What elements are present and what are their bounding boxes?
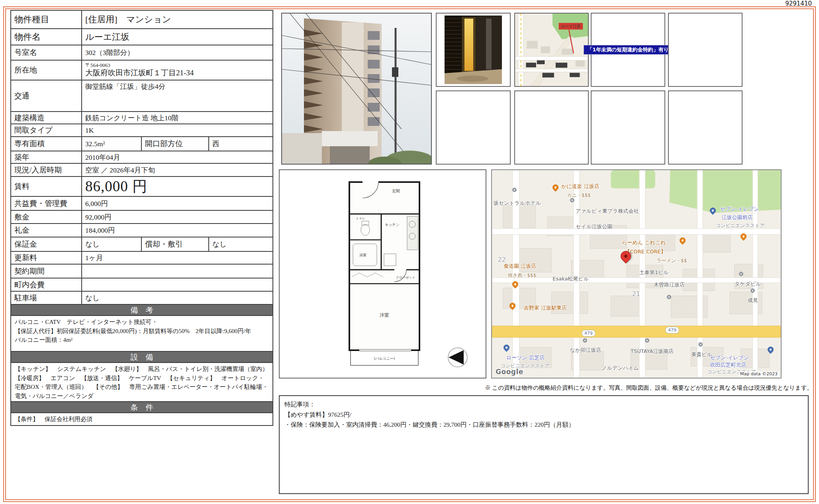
map-label: 美貴ビル — [691, 352, 712, 357]
food-pin — [678, 236, 687, 245]
map-label: 土泰第1ビル — [639, 270, 669, 275]
property-flyer-page: 9291410 物件種目[住居用] マンション物件名ルーエ江坂号室名302（3階… — [0, 0, 819, 504]
row-label-2: 償却・敷引 — [142, 237, 209, 251]
section-bar-conditions: 条 件 — [11, 402, 272, 413]
table-row: 契約期間 — [11, 265, 272, 278]
row-value — [82, 278, 272, 291]
location-map-thumbnail: ルーエ江坂 — [515, 14, 588, 86]
route-badge: 479 — [582, 330, 596, 337]
row-label: 賃料 — [11, 177, 82, 196]
map-label: カニ・$$$ — [567, 193, 591, 198]
map-label: らーめん これこれ — [622, 240, 666, 245]
map-label: 焼き肉・$$$ — [508, 273, 536, 278]
row-value: ルーエ江坂 — [82, 29, 272, 45]
table-row: 町内会費 — [11, 278, 272, 292]
row-label: 町内会費 — [11, 278, 82, 291]
map-label: かに道楽 江坂店 — [561, 184, 600, 189]
map-label: TSUTAYA江坂南店 — [631, 349, 674, 354]
table-row: 号室名302（3階部分） — [11, 45, 272, 61]
table-row: 間取タイプ1K — [11, 124, 272, 137]
section-bar-remarks: 備 考 — [11, 305, 272, 316]
row-label: 交通 — [11, 80, 82, 111]
row-label: 号室名 — [11, 45, 82, 60]
table-row: 所在地〒564-0063大阪府吹田市江坂町１丁目21-34 — [11, 61, 272, 80]
map-label: 江坂公園前店 — [721, 215, 752, 220]
photo-box-empty-5 — [668, 90, 743, 165]
entrance-photo — [445, 16, 502, 84]
building-exterior-illustration — [282, 14, 431, 164]
row-value: 空室 ／ 2026年4月下旬 — [82, 164, 272, 176]
dot-pin — [739, 272, 743, 276]
row-label: 保証金 — [11, 237, 82, 251]
dot-pin — [698, 342, 703, 347]
row-value: 御堂筋線「江坂」徒歩4分 — [82, 80, 272, 111]
row-value: 〒564-0063大阪府吹田市江坂町１丁目21-34 — [82, 61, 272, 80]
dot-pin — [570, 198, 574, 202]
address-line: 大阪府吹田市江坂町１丁目21-34 — [85, 69, 194, 78]
table-row: 保証金なし償却・敷引なし — [11, 237, 272, 252]
map-label: ラーメン・$$ — [656, 258, 687, 263]
photo-box-location-map: ルーエ江坂 — [514, 13, 589, 87]
table-row: 専有面積32.5m²開口部方位西 — [11, 137, 272, 151]
map-label: セブン-イレブン — [720, 206, 759, 212]
floorplan-closet-label: クローゼット — [396, 276, 415, 279]
food-pin — [508, 302, 516, 310]
row-label: 建築構造 — [11, 112, 82, 124]
food-pin — [511, 280, 519, 288]
floorplan-room-label: 洋室 — [380, 312, 389, 318]
table-row: 現況/入居時期空室 ／ 2026年4月下旬 — [11, 164, 272, 177]
map-thumb-property-label: ルーエ江坂 — [561, 24, 581, 28]
table-row: 共益費・管理費6,000円 — [11, 197, 272, 211]
dot-pin — [750, 288, 755, 293]
row-value: 1ヶ月 — [82, 252, 272, 264]
row-label: 専有面積 — [11, 137, 82, 151]
row-label: 現況/入居時期 — [11, 164, 82, 176]
floorplan-bath-label: 浴室 — [359, 253, 366, 257]
row-value: 92,000円 — [82, 211, 272, 223]
map-label: 【CORE CORE】 — [625, 249, 666, 255]
building-exterior-photo — [281, 13, 432, 165]
table-row: 建築構造鉄筋コンクリート造 地上10階 — [11, 112, 272, 124]
dot-pin — [512, 188, 517, 192]
short-term-penalty-badge: 「1年未満の短期違約金特約」有り — [584, 45, 672, 55]
map-label: アァルピィ東プラ株式会社 — [576, 208, 639, 214]
map-label: セイル江坂公園 — [576, 224, 612, 229]
neighborhood-map: かに道楽 江坂店カニ・$$$坂セントラルホテルアァルピィ東プラ株式会社セイル江坂… — [491, 169, 782, 378]
row-label: 物件名 — [11, 29, 82, 45]
map-label: 食道園 江坂店 — [504, 263, 536, 269]
floorplan-kitchen-label: キッチン — [385, 223, 400, 227]
photo-box-empty-3 — [514, 90, 589, 165]
conditions-text: 【条件】 保証会社利用必須 — [11, 413, 272, 425]
row-value: 32.5m² — [82, 137, 142, 151]
photo-box-empty-2 — [436, 90, 511, 165]
map-label: タケダビル — [735, 281, 761, 287]
floorplan-entrance-label: 玄関 — [392, 189, 400, 193]
table-row: 駐車場なし — [11, 292, 272, 305]
row-label: 駐車場 — [11, 292, 82, 304]
document-number: 9291410 — [785, 0, 812, 7]
property-table-rows: 物件種目[住居用] マンション物件名ルーエ江坂号室名302（3階部分）所在地〒5… — [11, 11, 272, 305]
map-label: 成見 — [748, 298, 758, 303]
special-notes-box: 特記事項： 【めやす賃料】97625円/ ・保険：保険要加入・室内清掃費：46,… — [279, 395, 809, 494]
floorplan-balcony-label: (バルコニー) — [374, 357, 395, 361]
floorplan-drawing: (バルコニー) 玄関 トイレ 浴室 キッチン — [280, 170, 486, 378]
map-label: 吉野家 江坂駅東店 — [524, 305, 567, 311]
row-value: 6,000円 — [82, 197, 272, 210]
section-bar-equipment: 設 備 — [11, 352, 272, 363]
route-badge: 479 — [665, 327, 679, 333]
map-label: なか卯江坂店 — [570, 347, 602, 353]
map-label: ノルデンハイム — [602, 365, 639, 371]
map-label: 坂セントラルホテル — [494, 200, 541, 206]
photo-box-entrance — [436, 13, 511, 87]
map-attribution: Map data ©2023 — [739, 371, 779, 377]
photo-box-empty-4 — [591, 90, 665, 165]
food-pin — [551, 183, 560, 192]
map-label: 吹田広芝町北店 — [710, 362, 746, 368]
row-value: 86,000 円 — [82, 177, 272, 196]
food-pin — [739, 232, 747, 241]
dot-pin — [583, 338, 587, 343]
shop-pin — [766, 345, 775, 354]
dot-pin — [645, 338, 649, 343]
row-label: 更新料 — [11, 252, 82, 264]
property-table: 物件種目[住居用] マンション物件名ルーエ江坂号室名302（3階部分）所在地〒5… — [10, 10, 273, 426]
